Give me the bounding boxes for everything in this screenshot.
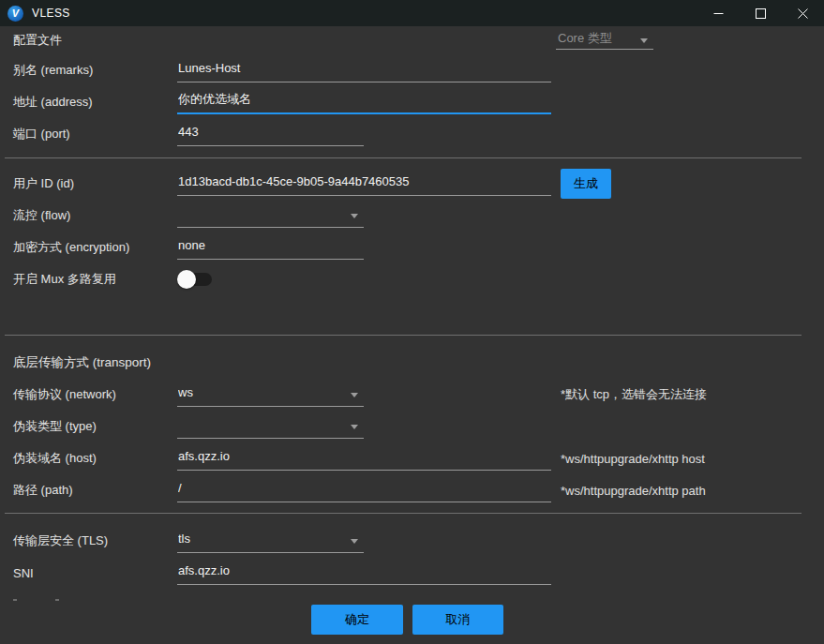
sni-label: SNI [13,566,34,580]
mux-row: 开启 Mux 多路复用 [0,263,824,295]
type-row: 伪装类型 (type) [0,411,824,442]
network-hint: *默认 tcp，选错会无法连接 [561,386,707,403]
cancel-button[interactable]: 取消 [412,605,503,635]
divider [5,157,802,158]
generate-uuid-button[interactable]: 生成 [561,169,611,199]
profile-header-row: 配置文件 [0,26,824,54]
app-logo-icon: V [7,6,23,22]
address-label: 地址 (address) [13,94,93,111]
path-field [177,476,551,502]
chevron-down-icon [351,393,358,397]
chevron-down-icon [640,38,648,43]
host-hint: *ws/httpupgrade/xhttp host [561,452,705,466]
address-row: 地址 (address) [0,86,824,118]
port-row: 端口 (port) [0,118,824,150]
port-label: 端口 (port) [13,126,70,142]
host-label: 伪装域名 (host) [13,450,97,467]
path-row: 路径 (path) *ws/httpupgrade/xhttp path [0,474,824,506]
encryption-row: 加密方式 (encryption) [0,232,824,263]
maximize-button[interactable] [740,0,782,26]
type-select[interactable] [177,412,364,439]
maximize-icon [756,8,766,19]
tls-select[interactable] [177,527,364,553]
path-input[interactable] [177,476,551,502]
network-value [177,381,364,406]
profile-label: 配置文件 [13,32,62,49]
transport-section-title: 底层传输方式 (transport) [13,354,151,371]
remarks-row: 别名 (remarks) [0,54,824,86]
encryption-field [177,233,364,260]
remarks-input[interactable] [177,56,551,82]
divider [5,335,802,336]
host-input[interactable] [177,444,551,470]
close-button[interactable] [782,0,824,26]
minimize-icon [713,8,724,19]
port-field [177,120,364,146]
user-id-field [177,170,551,196]
flow-value [177,202,364,227]
address-field [177,88,551,114]
tls-label: 传输层安全 (TLS) [13,532,108,549]
chevron-down-icon [351,425,358,429]
tls-row: 传输层安全 (TLS) [0,525,824,557]
clipped-row-artifact [55,599,59,601]
flow-select[interactable] [177,202,364,228]
core-type-select[interactable]: Core 类型 [556,28,653,50]
path-label: 路径 (path) [13,482,73,499]
toggle-knob [177,270,196,289]
sni-field [177,559,551,585]
type-value [177,412,364,438]
sni-input[interactable] [177,559,551,584]
network-select[interactable] [177,381,364,407]
network-row: 传输协议 (network) *默认 tcp，选错会无法连接 [0,379,824,411]
encryption-input[interactable] [177,233,364,259]
window-title: VLESS [32,7,70,20]
divider [5,513,802,514]
address-input[interactable] [177,88,551,112]
ok-button[interactable]: 确定 [311,605,403,635]
remarks-field [177,56,551,82]
host-field [177,444,551,471]
type-label: 伪装类型 (type) [13,418,97,435]
chevron-down-icon [351,214,358,218]
path-hint: *ws/httpupgrade/xhttp path [561,484,706,498]
transport-section-row: 底层传输方式 (transport) [0,347,824,379]
titlebar: V VLESS [0,0,824,26]
encryption-label: 加密方式 (encryption) [13,239,129,256]
close-icon [798,8,808,19]
tls-value [177,527,364,552]
network-label: 传输协议 (network) [13,386,116,403]
port-input[interactable] [177,120,364,145]
sni-row: SNI [0,557,824,589]
user-id-input[interactable] [177,170,551,195]
mux-label: 开启 Mux 多路复用 [13,271,116,288]
window-controls [697,0,824,26]
user-id-label: 用户 ID (id) [13,175,74,192]
core-type-value: Core 类型 [558,30,612,47]
chevron-down-icon [351,539,358,544]
host-row: 伪装域名 (host) *ws/httpupgrade/xhttp host [0,442,824,474]
user-id-row: 用户 ID (id) 生成 [0,168,824,200]
flow-label: 流控 (flow) [13,207,70,224]
remarks-label: 别名 (remarks) [13,62,93,79]
mux-toggle[interactable] [177,270,215,289]
minimize-button[interactable] [697,0,740,26]
flow-row: 流控 (flow) [0,200,824,232]
clipped-row-artifact [13,599,17,601]
